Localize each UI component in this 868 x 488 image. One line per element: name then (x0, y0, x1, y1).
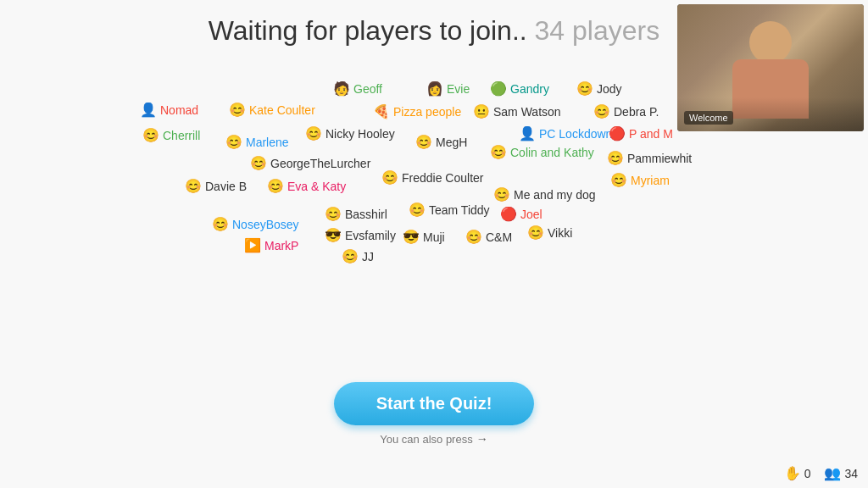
player-item: 😊MegH (415, 134, 467, 150)
player-avatar: 😎 (325, 227, 342, 243)
player-name: Jody (597, 82, 622, 96)
hand-icon: ✋ (784, 465, 801, 481)
person-head (749, 21, 792, 64)
webcam-label: Welcome (684, 111, 733, 125)
player-name: Gandry (510, 82, 549, 96)
waiting-title: Waiting for players to join.. (209, 15, 527, 46)
player-item: 😊Eva & Katy (267, 178, 346, 194)
player-name: Basshirl (345, 208, 387, 221)
player-avatar: 👩 (426, 80, 443, 97)
webcam-container: Welcome (677, 4, 864, 131)
player-item: 😎Muji (403, 229, 445, 245)
player-item: 😊C&M (465, 229, 512, 245)
player-avatar: 😊 (229, 102, 246, 118)
player-item: 🔴Joel (500, 206, 542, 222)
player-item: 😊NoseyBosey (212, 216, 299, 232)
player-avatar: 😎 (403, 229, 420, 245)
player-name: Nomad (160, 103, 198, 117)
player-avatar: 😊 (465, 229, 482, 245)
player-avatar: 😊 (185, 178, 202, 194)
player-name: Geoff (353, 82, 382, 96)
player-avatar: 😊 (493, 186, 510, 202)
player-name: Cherrill (163, 129, 200, 142)
player-item: 😊Freddie Coulter (381, 169, 484, 186)
player-item: 😊Debra P. (593, 103, 659, 119)
player-name: Evsfamily (345, 229, 396, 242)
player-name: Nicky Hooley (326, 127, 395, 141)
player-name: Marlene (246, 136, 289, 149)
player-avatar: 😊 (267, 178, 284, 194)
player-count: 34 players (535, 15, 660, 46)
player-item: 😊Jody (576, 80, 622, 97)
player-item: 👤PC Lockdown (519, 125, 612, 141)
footer-stats: ✋ 0 👥 34 (784, 465, 858, 481)
player-name: Pizza people (393, 105, 461, 119)
player-item: 😊Cherrill (142, 127, 200, 143)
player-avatar: 🔴 (500, 206, 517, 222)
player-avatar: 👤 (519, 125, 536, 141)
player-item: 😊Team Tiddy (409, 202, 490, 218)
player-name: GeorgeTheLurcher (270, 157, 370, 170)
player-avatar: 😊 (490, 144, 507, 160)
player-avatar: 🍕 (373, 103, 390, 119)
player-name: Freddie Coulter (402, 171, 484, 185)
press-hint: You can also press → (380, 432, 487, 446)
player-avatar: 🔴 (609, 125, 626, 141)
player-item: 🍕Pizza people (373, 103, 461, 119)
player-avatar: 😊 (409, 202, 426, 218)
player-name: Eva & Katy (287, 180, 346, 193)
player-item: 😊Me and my dog (493, 186, 596, 202)
player-name: PC Lockdown (539, 127, 612, 141)
player-name: Debra P. (614, 105, 659, 119)
player-item: 🧑Geoff (333, 80, 382, 97)
player-avatar: 👤 (140, 102, 157, 118)
player-item: 🔴P and M (609, 125, 673, 141)
player-name: NoseyBosey (232, 218, 299, 231)
hand-count: 0 (804, 467, 811, 480)
person-body (732, 59, 809, 119)
press-hint-arrow: → (476, 432, 488, 446)
player-avatar: 😐 (473, 103, 490, 119)
player-avatar: 😊 (212, 216, 229, 232)
player-avatar: 😊 (225, 134, 242, 150)
player-name: P and M (629, 127, 673, 141)
player-item: 😎Evsfamily (325, 227, 396, 243)
player-item: 😊JJ (342, 248, 374, 264)
hand-count-item: ✋ 0 (784, 465, 811, 481)
player-avatar: 😊 (250, 155, 267, 171)
people-icon: 👥 (824, 465, 841, 481)
player-avatar: 😊 (607, 150, 624, 166)
player-name: Davie B (205, 180, 247, 193)
player-avatar: 😊 (381, 169, 398, 186)
player-item: 😊Nicky Hooley (305, 125, 395, 141)
player-name: Evie (447, 82, 470, 96)
player-name: Me and my dog (514, 188, 596, 202)
people-count-item: 👥 34 (824, 465, 858, 481)
player-avatar: 😊 (576, 80, 593, 97)
people-count: 34 (844, 467, 858, 480)
player-name: Sam Watson (493, 105, 561, 119)
bottom-area: Start the Quiz! You can also press → (0, 382, 868, 446)
player-item: 😊Myriam (610, 172, 670, 188)
player-avatar: 🟢 (490, 80, 507, 97)
player-avatar: 😊 (415, 134, 432, 150)
player-name: Muji (423, 230, 445, 244)
player-item: 👤Nomad (140, 102, 198, 118)
player-name: C&M (486, 230, 512, 244)
player-name: Pammiewhit (627, 152, 692, 165)
player-name: Myriam (631, 174, 670, 187)
start-quiz-button[interactable]: Start the Quiz! (334, 382, 535, 425)
player-item: 😊Davie B (185, 178, 247, 194)
player-item: 😊Pammiewhit (607, 150, 692, 166)
player-name: MarkP (264, 239, 298, 252)
player-item: ▶️MarkP (244, 237, 298, 253)
player-name: Vikki (548, 226, 572, 240)
players-area: 👤Nomad😊Kate Coulter🧑Geoff👩Evie🟢Gandry😊Jo… (0, 68, 670, 330)
player-name: Joel (520, 208, 542, 221)
player-avatar: 😊 (342, 248, 359, 264)
player-avatar: 😊 (325, 206, 342, 222)
player-name: Kate Coulter (249, 103, 315, 117)
player-name: JJ (362, 250, 374, 263)
player-item: 😐Sam Watson (473, 103, 561, 119)
player-avatar: 😊 (527, 225, 544, 241)
